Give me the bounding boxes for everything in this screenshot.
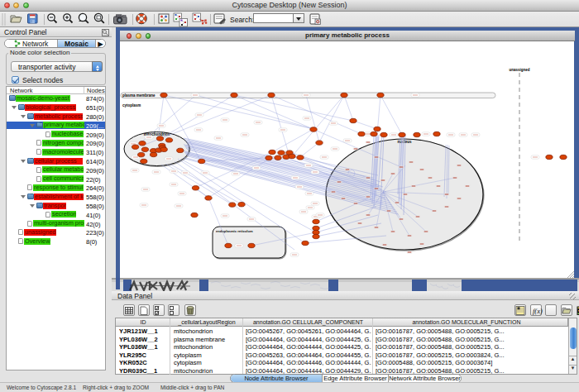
svg-text:nucleus: nucleus xyxy=(397,140,412,144)
svg-text:unassigned: unassigned xyxy=(509,68,529,72)
svg-text:plasma membrane: plasma membrane xyxy=(122,93,156,98)
svg-text:f(x): f(x) xyxy=(533,307,543,315)
svg-text:cytoplasm: cytoplasm xyxy=(122,103,141,108)
